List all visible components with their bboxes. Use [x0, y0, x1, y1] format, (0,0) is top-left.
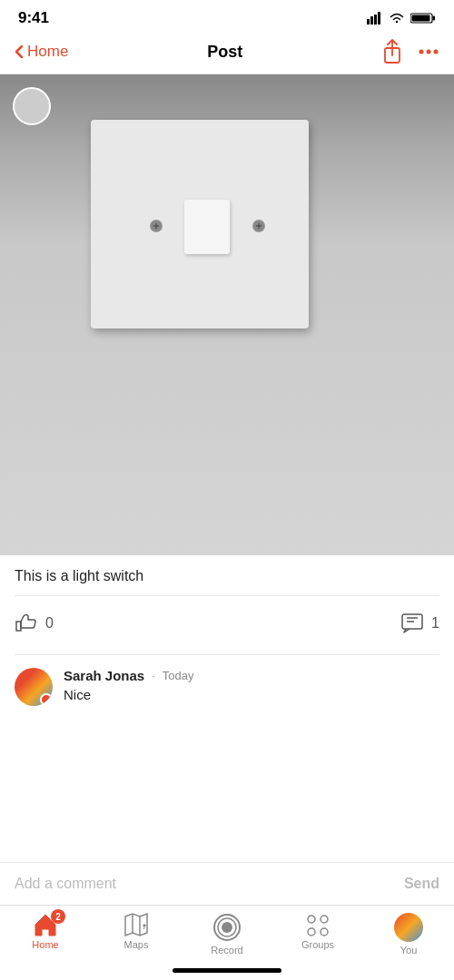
add-comment-bar: Add a comment Send: [0, 862, 454, 905]
home-badge: 2: [51, 909, 65, 924]
home-icon-wrap: 2: [33, 913, 58, 936]
you-icon-wrap: [394, 913, 423, 942]
post-divider: [15, 595, 439, 596]
svg-point-10: [434, 50, 439, 54]
you-avatar: [394, 913, 423, 942]
nav-actions: [381, 39, 439, 64]
svg-rect-5: [433, 16, 436, 21]
post-actions: 0 1: [15, 605, 439, 645]
signal-icon: [367, 12, 383, 24]
groups-icon: [305, 913, 331, 936]
svg-rect-3: [378, 12, 380, 24]
maps-tab-label: Maps: [124, 939, 149, 950]
comment-count: 1: [431, 615, 439, 632]
switch-plate: [91, 120, 309, 328]
you-tab-label: You: [400, 945, 418, 956]
comment-meta: Sarah Jonas · Today: [64, 668, 439, 683]
tab-you[interactable]: You: [372, 913, 445, 956]
tab-home[interactable]: 2 Home: [9, 913, 82, 950]
post-content: This is a light switch 0 1: [0, 555, 454, 654]
svg-point-26: [222, 922, 232, 933]
screw-right: [252, 220, 265, 232]
commenter-avatar: [15, 668, 53, 706]
svg-point-28: [321, 916, 328, 923]
back-button[interactable]: Home: [15, 43, 68, 61]
svg-point-27: [308, 916, 315, 923]
comment-text: Nice: [64, 687, 439, 702]
svg-point-29: [308, 928, 315, 936]
record-icon-wrap: [212, 913, 242, 942]
svg-rect-1: [370, 16, 373, 24]
nav-bar: Home Post: [0, 32, 454, 74]
groups-icon-wrap: [305, 913, 331, 936]
svg-point-9: [427, 50, 431, 54]
comment-input[interactable]: Add a comment: [15, 876, 116, 892]
wifi-icon: [389, 12, 405, 24]
like-count: 0: [45, 615, 54, 632]
image-background: [0, 74, 454, 555]
svg-line-23: [144, 927, 145, 929]
send-button[interactable]: Send: [404, 876, 439, 892]
home-tab-label: Home: [32, 939, 58, 950]
svg-rect-6: [412, 15, 430, 22]
maps-icon: [124, 913, 148, 936]
comment-icon: [400, 612, 424, 634]
screw-left: [150, 220, 163, 232]
comment-body: Sarah Jonas · Today Nice: [64, 668, 439, 702]
svg-point-8: [419, 50, 424, 54]
page-title: Post: [207, 43, 242, 62]
svg-rect-2: [374, 15, 377, 24]
maps-icon-wrap: [124, 913, 148, 936]
tab-maps[interactable]: Maps: [100, 913, 173, 950]
comment-item: Sarah Jonas · Today Nice: [0, 655, 454, 719]
comment-time: Today: [163, 669, 194, 682]
post-image: [0, 74, 454, 555]
more-icon[interactable]: [418, 48, 439, 55]
post-caption: This is a light switch: [15, 568, 439, 584]
switch-toggle: [184, 200, 230, 254]
groups-tab-label: Groups: [301, 939, 334, 950]
chevron-left-icon: [15, 44, 24, 59]
battery-icon: [410, 12, 436, 24]
like-icon: [15, 612, 38, 634]
record-icon: [212, 913, 242, 942]
tab-record[interactable]: Record: [191, 913, 263, 956]
comment-author: Sarah Jonas: [64, 668, 144, 683]
post-user-avatar: [13, 87, 51, 125]
home-indicator: [173, 968, 281, 973]
status-time: 9:41: [18, 9, 49, 27]
tab-groups[interactable]: Groups: [281, 913, 354, 950]
back-label: Home: [27, 43, 68, 61]
svg-point-30: [321, 928, 328, 936]
share-icon[interactable]: [381, 39, 403, 64]
like-button[interactable]: 0: [15, 612, 54, 634]
status-icons: [367, 12, 436, 24]
comment-separator: ·: [152, 669, 155, 682]
comment-button[interactable]: 1: [400, 612, 439, 634]
svg-rect-0: [367, 19, 370, 24]
status-bar: 9:41: [0, 0, 454, 32]
record-tab-label: Record: [211, 945, 242, 956]
